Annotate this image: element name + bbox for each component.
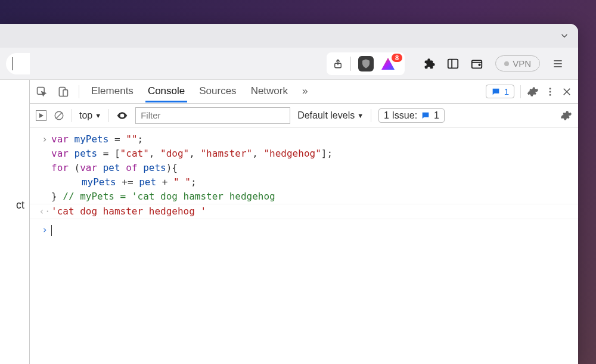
toolbar-icons (423, 57, 483, 70)
svg-rect-2 (448, 59, 458, 68)
issue-label: 1 Issue: (384, 110, 417, 121)
split-view: ct Elements Console Sources Network » (0, 80, 578, 364)
devtools-tabbar: Elements Console Sources Network » 1 (30, 80, 578, 104)
code-line: } // myPets = 'cat dog hamster hedgehog (51, 189, 275, 204)
divider (350, 57, 351, 71)
page-text-fragment: ct (16, 199, 24, 211)
input-marker-icon: › (38, 132, 51, 147)
close-icon[interactable] (561, 86, 572, 97)
output-marker-icon: ‹· (38, 204, 51, 219)
url-bar: 8 VPN (0, 48, 578, 80)
inspect-icon[interactable] (36, 86, 48, 98)
vpn-status-dot (504, 61, 509, 66)
extensions-icon[interactable] (423, 57, 436, 70)
live-expression-icon[interactable] (116, 110, 128, 122)
context-label: top (79, 110, 92, 121)
tab-elements[interactable]: Elements (89, 80, 136, 102)
filter-input[interactable] (135, 107, 290, 124)
browser-window: 8 VPN (0, 24, 578, 364)
levels-arrow: ▼ (357, 112, 364, 119)
chevron-down-icon[interactable] (559, 30, 570, 41)
svg-point-20 (121, 114, 123, 116)
wallet-icon[interactable] (470, 57, 483, 70)
code-line: var myPets = ""; (51, 132, 143, 147)
issue-count: 1 (434, 110, 439, 121)
menu-icon[interactable] (552, 58, 564, 70)
console-filterbar: top ▼ Default levels ▼ 1 Issue: 1 (30, 104, 578, 127)
clear-console-icon[interactable] (54, 110, 64, 121)
svg-marker-17 (39, 113, 44, 118)
tab-console[interactable]: Console (145, 80, 187, 102)
svg-rect-11 (63, 89, 68, 96)
prompt-marker-icon: › (38, 223, 51, 237)
issues-button[interactable]: 1 Issue: 1 (378, 108, 445, 123)
tab-sources[interactable]: Sources (197, 80, 238, 102)
kebab-icon[interactable] (545, 86, 555, 97)
svg-point-13 (550, 91, 551, 92)
rewards-badge: 8 (392, 54, 402, 62)
tab-bar (0, 24, 578, 48)
code-line: for (var pet of pets){ (51, 161, 178, 175)
brave-shield-icon[interactable] (358, 56, 374, 71)
sidebar-icon[interactable] (446, 57, 460, 70)
svg-point-5 (479, 64, 480, 65)
console-output[interactable]: › var myPets = ""; var pets = ["cat", "d… (30, 127, 578, 364)
vpn-label: VPN (513, 58, 531, 69)
svg-line-19 (56, 112, 63, 119)
tab-more[interactable]: » (300, 80, 310, 102)
brave-rewards-icon[interactable]: 8 (381, 56, 399, 71)
address-input[interactable] (6, 53, 30, 74)
code-line: myPets += pet + " "; (51, 175, 197, 189)
gear-icon[interactable] (527, 86, 539, 98)
svg-point-14 (550, 94, 551, 95)
console-prompt[interactable] (51, 223, 52, 237)
share-icon[interactable] (333, 58, 343, 69)
console-result: 'cat dog hamster hedgehog ' (51, 204, 206, 219)
devtools-panel: Elements Console Sources Network » 1 (30, 80, 578, 364)
console-settings-icon[interactable] (560, 110, 572, 122)
log-levels-selector[interactable]: Default levels ▼ (297, 110, 364, 121)
toolbar-right: 8 VPN (327, 52, 572, 75)
issues-top-count: 1 (504, 86, 509, 97)
code-line: var pets = ["cat", "dog", "hamster", "he… (51, 147, 333, 161)
context-arrow: ▼ (95, 112, 101, 119)
vpn-button[interactable]: VPN (495, 55, 540, 71)
extension-group: 8 (327, 52, 405, 75)
context-selector[interactable]: top ▼ (79, 110, 101, 121)
svg-point-12 (550, 88, 551, 89)
page-content: ct (0, 80, 30, 364)
toggle-sidebar-icon[interactable] (36, 110, 46, 121)
device-icon[interactable] (57, 86, 69, 98)
levels-label: Default levels (297, 110, 355, 121)
tab-network[interactable]: Network (249, 80, 290, 102)
issues-top-badge[interactable]: 1 (486, 85, 514, 98)
